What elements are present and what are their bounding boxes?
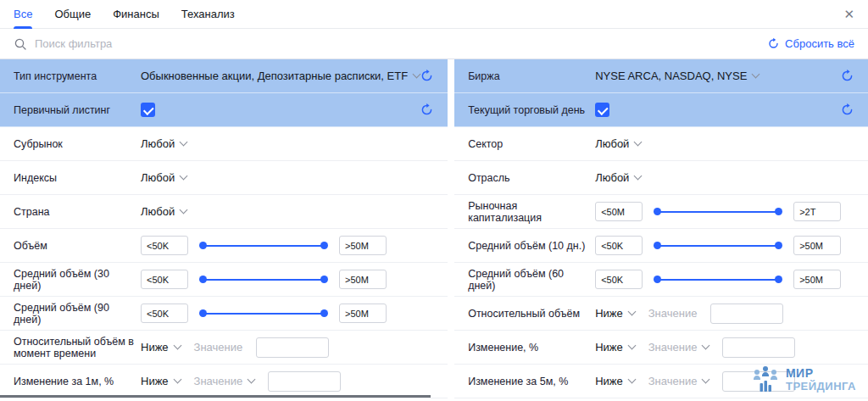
filter-checkbox[interactable] <box>141 103 155 117</box>
value-input[interactable] <box>722 371 795 392</box>
chevron-down-icon <box>173 342 181 350</box>
chevron-down-icon <box>634 172 643 181</box>
tab-Финансы[interactable]: Финансы <box>113 0 159 29</box>
reset-all-button[interactable]: Сбросить всё <box>767 37 854 50</box>
dropdown-value: Любой <box>141 171 175 184</box>
filter-row: Текущий торговый день <box>454 93 868 127</box>
range-slider[interactable] <box>199 240 328 252</box>
range-slider[interactable] <box>199 308 328 320</box>
close-button[interactable]: ✕ <box>843 8 854 20</box>
filter-controls <box>141 304 434 323</box>
slider-handle-max[interactable] <box>320 309 328 317</box>
range-min-input[interactable] <box>141 270 188 289</box>
range-max-input[interactable] <box>793 236 841 255</box>
reset-all-label: Сбросить всё <box>785 37 854 50</box>
filter-value-dropdown[interactable]: Любой <box>595 137 641 150</box>
condition-dropdown[interactable]: Ниже <box>595 375 635 387</box>
filter-controls <box>141 103 420 117</box>
value-type-dropdown[interactable]: Значение <box>648 341 709 354</box>
value-type-label: Значение <box>194 341 243 354</box>
filter-row: Объём <box>0 229 448 263</box>
range-max-input[interactable] <box>339 270 387 289</box>
filter-controls: Любой <box>141 171 434 184</box>
value-type-label: Значение <box>648 307 698 320</box>
tab-Теханализ[interactable]: Теханализ <box>181 0 235 29</box>
condition-dropdown[interactable]: Ниже <box>595 341 635 354</box>
chevron-down-icon <box>180 172 188 181</box>
filters-column-left: Тип инструментаОбыкновенные акции, Депоз… <box>0 59 448 398</box>
range-slider[interactable] <box>654 206 782 218</box>
range-max-input[interactable] <box>793 202 841 221</box>
filter-value-dropdown[interactable]: NYSE ARCA, NASDAQ, NYSE <box>595 70 759 82</box>
range-slider[interactable] <box>654 240 782 252</box>
filter-controls: НижеЗначение <box>141 337 434 358</box>
slider-handle-min[interactable] <box>199 276 207 283</box>
slider-track <box>201 313 326 315</box>
filter-value-dropdown[interactable]: Обыкновенные акции, Депозитарные расписк… <box>141 70 420 82</box>
filter-label: Относительный объём <box>468 308 595 320</box>
tab-Все[interactable]: Все <box>14 0 32 29</box>
filter-row: Средний объём (10 дн.) <box>454 229 868 263</box>
value-type-dropdown[interactable]: Значение <box>194 375 255 387</box>
range-max-input[interactable] <box>339 236 387 255</box>
range-min-input[interactable] <box>595 202 643 221</box>
value-input[interactable] <box>256 337 329 358</box>
slider-handle-min[interactable] <box>654 276 661 283</box>
range-slider[interactable] <box>654 274 782 286</box>
slider-track <box>201 245 326 247</box>
filter-controls <box>595 202 854 221</box>
slider-handle-min[interactable] <box>654 208 661 215</box>
slider-handle-min[interactable] <box>199 309 207 317</box>
value-input[interactable] <box>710 304 783 324</box>
filter-checkbox[interactable] <box>595 103 609 117</box>
filter-row: Средний объём (90 дней) <box>0 297 448 331</box>
slider-handle-max[interactable] <box>320 276 328 283</box>
slider-handle-min[interactable] <box>199 242 207 249</box>
slider-track <box>655 279 781 281</box>
dropdown-value: Любой <box>595 171 629 184</box>
filter-row: Изменение, %НижеЗначение <box>454 331 868 365</box>
slider-handle-min[interactable] <box>654 242 661 249</box>
dropdown-value: Ниже <box>141 341 169 354</box>
value-input[interactable] <box>722 337 795 358</box>
range-min-input[interactable] <box>595 270 643 289</box>
reset-filter-icon[interactable] <box>420 69 434 83</box>
condition-dropdown[interactable]: Ниже <box>141 375 181 387</box>
value-type-dropdown[interactable]: Значение <box>648 375 709 387</box>
range-min-input[interactable] <box>595 236 643 255</box>
filter-controls: Любой <box>141 205 434 218</box>
slider-handle-max[interactable] <box>775 208 782 215</box>
filter-row: БиржаNYSE ARCA, NASDAQ, NYSE <box>454 59 868 93</box>
reset-filter-icon[interactable] <box>420 103 434 117</box>
range-slider[interactable] <box>199 274 328 286</box>
filter-label: Изменение за 5м, % <box>468 376 595 387</box>
reset-filter-icon[interactable] <box>840 69 854 83</box>
filter-value-dropdown[interactable]: Любой <box>141 205 186 218</box>
range-max-input[interactable] <box>793 270 841 289</box>
filter-label: Рыночная капитализация <box>468 200 595 224</box>
range-min-input[interactable] <box>141 236 188 255</box>
tab-Общие[interactable]: Общие <box>54 0 91 29</box>
reset-filter-icon[interactable] <box>840 103 854 117</box>
filter-row: Относительный объёмНижеЗначение <box>454 297 868 331</box>
filter-label: Биржа <box>468 70 595 82</box>
search-input[interactable] <box>35 37 760 50</box>
filter-controls <box>141 236 434 255</box>
chevron-down-icon <box>180 206 188 214</box>
slider-handle-max[interactable] <box>775 242 782 249</box>
dropdown-value: Значение <box>648 341 698 354</box>
condition-dropdown[interactable]: Ниже <box>141 341 181 354</box>
filter-value-dropdown[interactable]: Любой <box>141 137 186 150</box>
condition-dropdown[interactable]: Ниже <box>595 307 635 320</box>
filter-value-dropdown[interactable]: Любой <box>141 171 186 184</box>
slider-handle-max[interactable] <box>775 276 782 283</box>
filter-value-dropdown[interactable]: Любой <box>595 171 641 184</box>
dropdown-value: NYSE ARCA, NASDAQ, NYSE <box>595 70 747 82</box>
chevron-down-icon <box>702 342 710 350</box>
slider-handle-max[interactable] <box>320 242 328 249</box>
value-input[interactable] <box>268 371 341 392</box>
range-min-input[interactable] <box>141 304 188 323</box>
filter-label: Страна <box>14 206 141 218</box>
range-max-input[interactable] <box>339 304 387 323</box>
filter-controls <box>595 103 840 117</box>
